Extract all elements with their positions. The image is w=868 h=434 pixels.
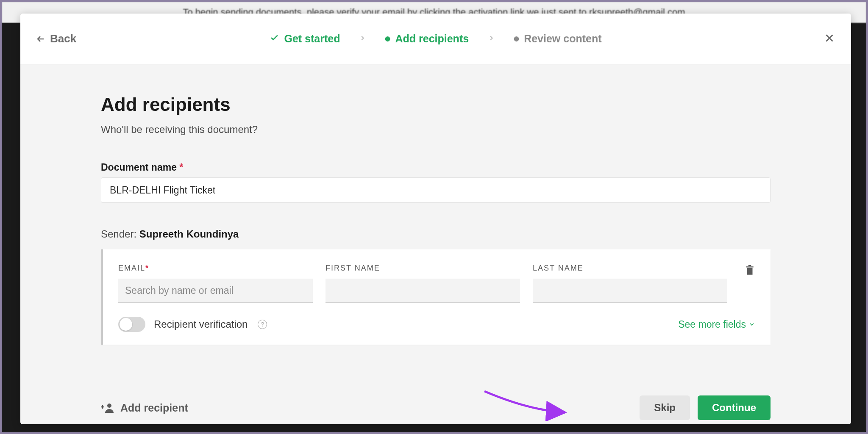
chevron-right-icon <box>487 34 495 44</box>
dot-icon <box>385 36 390 41</box>
add-recipients-modal: Back Get started Add recipients <box>20 14 851 424</box>
footer-actions: Add recipient Skip Continue <box>101 395 771 420</box>
trash-icon <box>744 264 755 276</box>
close-icon <box>823 32 836 44</box>
step-get-started[interactable]: Get started <box>270 33 340 45</box>
email-input[interactable] <box>118 279 313 303</box>
first-name-label: FIRST NAME <box>326 264 520 273</box>
continue-button[interactable]: Continue <box>698 395 771 420</box>
recipient-verification-toggle[interactable] <box>118 317 145 332</box>
required-indicator: * <box>179 162 183 173</box>
recipient-card: EMAIL* FIRST NAME LAST NAME <box>101 249 771 345</box>
check-icon <box>270 33 279 45</box>
email-label: EMAIL* <box>118 264 313 273</box>
last-name-label: LAST NAME <box>533 264 727 273</box>
chevron-down-icon <box>748 321 755 328</box>
step-review-content[interactable]: Review content <box>514 33 601 45</box>
modal-body: Add recipients Who'll be receiving this … <box>20 64 851 424</box>
document-name-label: Document name * <box>101 162 771 173</box>
page-title: Add recipients <box>101 94 771 115</box>
sender-name: Supreeth Koundinya <box>139 228 239 240</box>
see-more-fields-link[interactable]: See more fields <box>678 319 755 330</box>
document-name-input[interactable] <box>101 177 771 203</box>
add-person-icon <box>101 402 114 413</box>
skip-button[interactable]: Skip <box>640 395 690 420</box>
arrow-left-icon <box>36 34 46 44</box>
modal-header: Back Get started Add recipients <box>20 14 851 64</box>
chevron-right-icon <box>359 34 366 44</box>
first-name-input[interactable] <box>326 279 520 303</box>
stepper: Get started Add recipients Review conten… <box>270 33 601 45</box>
dot-icon <box>514 36 519 41</box>
delete-recipient-button[interactable] <box>744 264 755 278</box>
page-subtitle: Who'll be receiving this document? <box>101 124 771 135</box>
last-name-input[interactable] <box>533 279 727 303</box>
back-button[interactable]: Back <box>36 32 76 45</box>
close-button[interactable] <box>823 32 836 46</box>
step-label: Get started <box>284 33 340 45</box>
verification-label: Recipient verification <box>154 318 248 330</box>
required-indicator: * <box>145 264 148 272</box>
step-label: Review content <box>524 33 601 45</box>
help-icon[interactable]: ? <box>258 320 267 329</box>
back-label: Back <box>50 32 76 45</box>
step-add-recipients[interactable]: Add recipients <box>385 33 469 45</box>
sender-line: Sender: Supreeth Koundinya <box>101 228 771 240</box>
add-recipient-button[interactable]: Add recipient <box>101 402 188 414</box>
add-recipient-label: Add recipient <box>120 402 188 414</box>
step-label: Add recipients <box>395 33 469 45</box>
toggle-knob <box>120 318 132 331</box>
svg-point-0 <box>107 404 111 408</box>
